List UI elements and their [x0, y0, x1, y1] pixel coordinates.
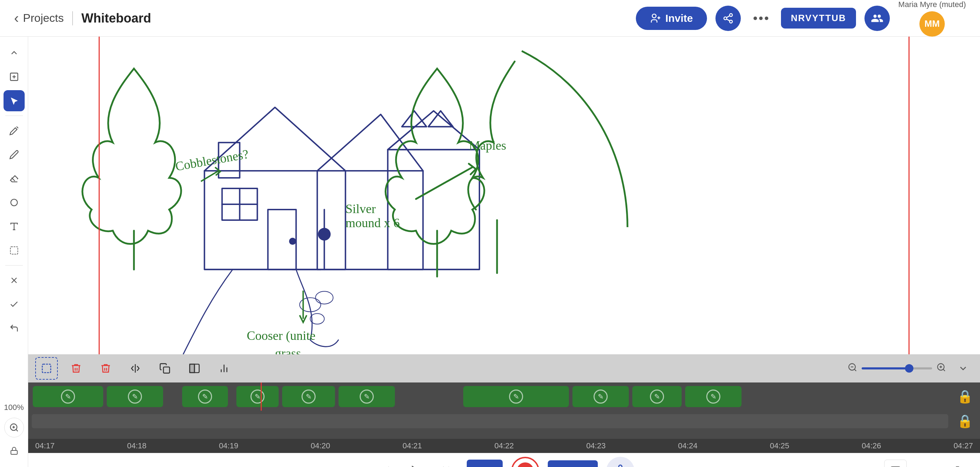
time-display[interactable]: 04:22 [548, 460, 598, 467]
undo-button[interactable] [3, 318, 25, 339]
invite-button[interactable]: Invite [636, 7, 707, 30]
clip-icon: ✎ [61, 389, 75, 403]
svg-point-5 [730, 20, 732, 23]
tl-chart-button[interactable] [213, 357, 235, 380]
add-track-button[interactable]: + [914, 460, 936, 467]
drawing-svg: Cobblestones? Silver mound x 6 Maples Co… [28, 37, 980, 383]
playback-bar: MIX 04:22 + [28, 453, 980, 467]
ruler-04-17: 04:17 [35, 441, 55, 450]
rewind-button[interactable] [374, 460, 396, 467]
pen-tool-button[interactable] [3, 120, 25, 141]
clip-icon: ✎ [250, 389, 264, 403]
check-icon [9, 299, 19, 309]
clip-2[interactable]: ✎ [107, 386, 163, 407]
top-right-actions: Invite NRVYTTUB Maria Myre (muted) MM [636, 0, 966, 37]
timeline-toolbar [28, 354, 980, 383]
tl-trash-icon [70, 363, 82, 374]
projects-label[interactable]: Projects [23, 12, 64, 25]
svg-line-65 [943, 369, 945, 371]
lock-bottom-button[interactable] [3, 440, 25, 461]
user-group-avatar[interactable] [864, 6, 890, 31]
ruler-marks: 04:17 04:18 04:19 04:20 04:21 04:22 04:2… [28, 441, 980, 450]
ruler-04-18: 04:18 [127, 441, 146, 450]
chevron-down-icon [958, 363, 968, 374]
back-button[interactable]: ‹ Projects [14, 10, 64, 26]
clip-8[interactable]: ✎ [573, 386, 629, 407]
zoom-fit-icon [9, 423, 19, 432]
shapes-tool-button[interactable] [3, 192, 25, 213]
ruler-04-24: 04:24 [678, 441, 697, 450]
svg-text:mound x 6: mound x 6 [345, 216, 400, 230]
clip-10[interactable]: ✎ [685, 386, 741, 407]
mic-button[interactable] [606, 457, 635, 467]
dot [765, 17, 768, 20]
track-1-lock[interactable]: 🔒 [957, 389, 973, 404]
svg-text:Maples: Maples [469, 138, 506, 152]
expand-button[interactable] [943, 460, 966, 467]
svg-line-7 [726, 16, 730, 17]
clip-7[interactable]: ✎ [463, 386, 569, 407]
select-tool-button[interactable] [3, 90, 25, 111]
ruler-04-25: 04:25 [770, 441, 789, 450]
eraser-tool-button[interactable] [3, 168, 25, 189]
mix-button[interactable]: MIX [467, 460, 503, 467]
play-icon [409, 464, 423, 467]
pencil-tool-button[interactable] [3, 144, 25, 165]
svg-point-3 [730, 13, 732, 16]
ruler-04-26: 04:26 [862, 441, 881, 450]
clip-1[interactable]: ✎ [33, 386, 103, 407]
close-button[interactable] [3, 270, 25, 291]
tl-select-icon [41, 363, 52, 374]
svg-marker-70 [412, 465, 420, 467]
svg-line-62 [854, 369, 856, 371]
canvas-area: Cobblestones? Silver mound x 6 Maples Co… [28, 37, 980, 467]
shapes-icon [9, 198, 19, 207]
tl-mask-button[interactable] [183, 357, 206, 380]
clip-3[interactable]: ✎ [182, 386, 228, 407]
whiteboard-canvas[interactable]: Cobblestones? Silver mound x 6 Maples Co… [28, 37, 980, 383]
zoom-fit-button[interactable] [4, 418, 24, 437]
tl-delete1-button[interactable] [65, 357, 88, 380]
user-code-chip[interactable]: NRVYTTUB [781, 8, 856, 29]
track-2-lock[interactable]: 🔒 [957, 414, 973, 429]
add-frame-button[interactable] [3, 66, 25, 87]
user-name-label: Maria Myre (muted) [898, 0, 966, 9]
play-button[interactable] [405, 460, 427, 467]
collapse-up-button[interactable] [3, 42, 25, 64]
tl-split-button[interactable] [124, 357, 146, 380]
clip-6[interactable]: ✎ [339, 386, 395, 407]
confirm-button[interactable] [3, 294, 25, 315]
tl-select-button[interactable] [35, 357, 58, 380]
more-options-button[interactable] [749, 12, 773, 24]
timeline-collapse-button[interactable] [953, 359, 973, 378]
tl-delete2-button[interactable] [94, 357, 117, 380]
tl-duplicate-button[interactable] [154, 357, 176, 380]
clip-9[interactable]: ✎ [632, 386, 682, 407]
svg-rect-57 [190, 364, 194, 373]
svg-rect-15 [10, 247, 18, 254]
clip-5[interactable]: ✎ [282, 386, 335, 407]
zoom-in-icon[interactable] [936, 362, 946, 375]
svg-point-35 [316, 291, 333, 304]
screen-button[interactable] [884, 460, 907, 467]
record-button[interactable] [511, 457, 539, 467]
ruler-04-23: 04:23 [586, 441, 606, 450]
clip-4[interactable]: ✎ [236, 386, 278, 407]
share-icon [722, 13, 734, 24]
breadcrumb-separator [72, 11, 73, 25]
zoom-slider-input[interactable] [862, 367, 932, 369]
rewind-icon [379, 465, 391, 467]
tl-chart-icon [218, 363, 230, 374]
ruler-04-27: 04:27 [954, 441, 973, 450]
clip-icon: ✎ [128, 389, 142, 403]
text-tool-button[interactable] [3, 216, 25, 237]
share-button[interactable] [716, 6, 741, 31]
user-avatar-mm: MM [920, 11, 945, 37]
region-select-button[interactable] [3, 240, 25, 261]
tl-mask-icon [189, 363, 200, 374]
person-add-icon [650, 13, 661, 24]
fast-forward-button[interactable] [436, 460, 458, 467]
svg-marker-32 [402, 111, 426, 127]
zoom-out-icon[interactable] [848, 362, 858, 375]
tl-split-icon [130, 363, 141, 374]
